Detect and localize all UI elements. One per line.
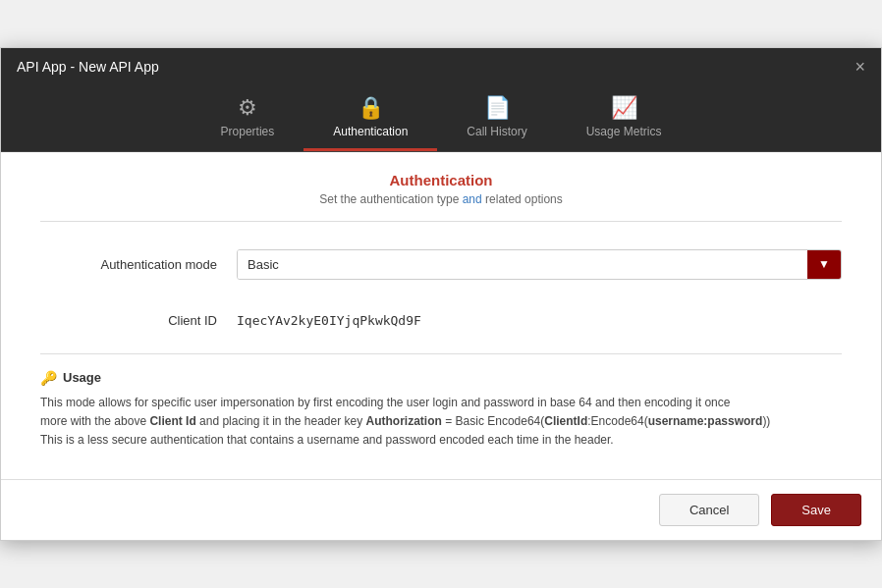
save-button[interactable]: Save bbox=[771, 494, 861, 526]
lock-icon: 🔒 bbox=[358, 97, 384, 119]
divider bbox=[40, 353, 842, 354]
usage-line2-prefix: more with the above bbox=[40, 414, 149, 428]
tab-bar: ⚙ Properties 🔒 Authentication 📄 Call His… bbox=[1, 85, 881, 152]
cancel-button[interactable]: Cancel bbox=[659, 494, 759, 526]
key-icon: 🔑 bbox=[40, 370, 57, 386]
tab-authentication[interactable]: 🔒 Authentication bbox=[303, 85, 437, 151]
usage-line2-end: )) bbox=[762, 414, 770, 428]
section-subtitle: Set the authentication type and related … bbox=[40, 192, 842, 206]
usage-line1: This mode allows for specific user imper… bbox=[40, 396, 730, 409]
modal-footer: Cancel Save bbox=[1, 479, 881, 540]
client-id-row: Client ID IqecYAv2kyE0IYjqPkwkQd9F bbox=[40, 305, 842, 336]
client-id-value-wrap: IqecYAv2kyE0IYjqPkwkQd9F bbox=[237, 313, 842, 328]
usage-title-row: 🔑 Usage bbox=[40, 370, 842, 386]
document-icon: 📄 bbox=[484, 97, 511, 119]
auth-mode-row: Authentication mode Basic ▼ bbox=[40, 241, 842, 288]
usage-line2-colon: :Encode64( bbox=[587, 414, 647, 428]
tab-call-history[interactable]: 📄 Call History bbox=[437, 85, 556, 151]
tab-properties-label: Properties bbox=[221, 125, 275, 138]
tab-call-history-label: Call History bbox=[467, 125, 526, 138]
usage-clientid2-bold: ClientId bbox=[544, 414, 587, 428]
usage-line3: This is a less secure authentication tha… bbox=[40, 433, 614, 447]
content-area: Authentication Set the authentication ty… bbox=[1, 152, 881, 480]
auth-mode-control: Basic ▼ bbox=[237, 249, 842, 280]
usage-auth-bold: Authorization bbox=[366, 414, 442, 428]
section-title: Authentication bbox=[40, 172, 842, 188]
auth-mode-label: Authentication mode bbox=[40, 257, 237, 272]
usage-clientid-bold: Client Id bbox=[149, 414, 195, 428]
usage-userpwd-bold: username:password bbox=[648, 414, 763, 428]
chart-icon: 📈 bbox=[611, 97, 637, 119]
tab-properties[interactable]: ⚙ Properties bbox=[192, 85, 304, 151]
tab-usage-metrics[interactable]: 📈 Usage Metrics bbox=[557, 85, 691, 151]
usage-line2-middle: and placing it in the header key bbox=[196, 414, 366, 428]
client-id-value: IqecYAv2kyE0IYjqPkwkQd9F bbox=[237, 313, 421, 328]
select-dropdown-arrow[interactable]: ▼ bbox=[807, 250, 841, 279]
tab-authentication-label: Authentication bbox=[333, 125, 408, 138]
usage-description: This mode allows for specific user imper… bbox=[40, 394, 842, 451]
auth-mode-value: Basic bbox=[238, 250, 807, 279]
section-header: Authentication Set the authentication ty… bbox=[40, 172, 842, 222]
tab-usage-metrics-label: Usage Metrics bbox=[586, 125, 662, 138]
modal-title: API App - New API App bbox=[17, 59, 159, 75]
usage-line2-eq: = Basic Encode64( bbox=[442, 414, 544, 428]
gear-icon: ⚙ bbox=[238, 97, 257, 119]
title-bar: API App - New API App × bbox=[1, 48, 881, 85]
client-id-label: Client ID bbox=[40, 313, 237, 328]
usage-section: 🔑 Usage This mode allows for specific us… bbox=[40, 370, 842, 451]
close-button[interactable]: × bbox=[854, 58, 865, 76]
usage-title: Usage bbox=[63, 370, 101, 385]
modal-window: API App - New API App × ⚙ Properties 🔒 A… bbox=[0, 47, 882, 542]
auth-mode-select[interactable]: Basic ▼ bbox=[237, 249, 842, 280]
